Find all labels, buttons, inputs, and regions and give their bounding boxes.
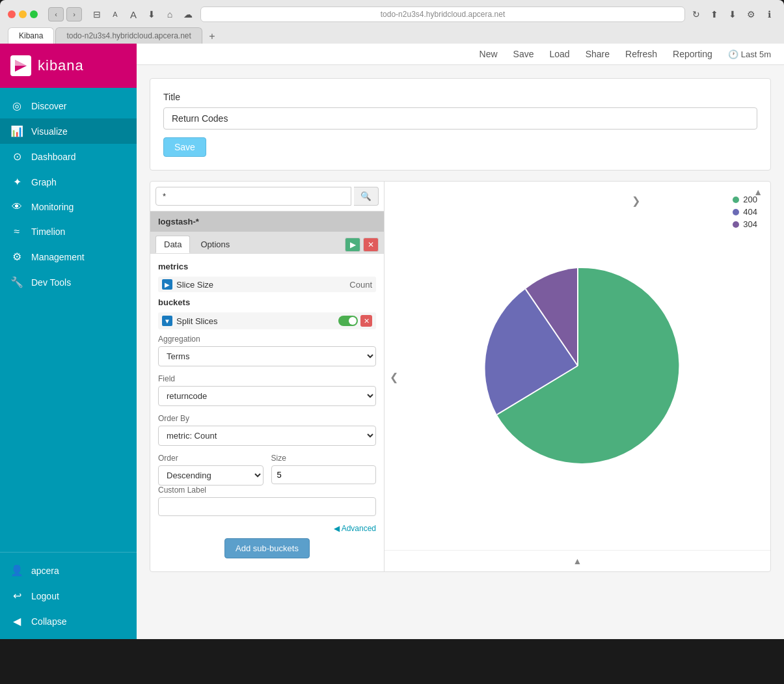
sidebar-item-logout[interactable]: ↩ Logout	[0, 583, 137, 609]
management-icon: ⚙	[10, 251, 23, 263]
sidebar-item-user[interactable]: 👤 apcera	[0, 558, 137, 583]
load-action[interactable]: Load	[550, 49, 570, 59]
chart-panel: ▲ ❮ ❯ 200 404	[385, 182, 770, 571]
tab-kibana[interactable]: Kibana	[8, 27, 54, 44]
tab-apcera-label: todo-n2u3s4.hybridcloud.apcera.net	[66, 31, 191, 40]
field-label: Field	[158, 374, 376, 383]
search-button[interactable]: 🔍	[354, 187, 379, 206]
font-smaller-icon[interactable]: A	[108, 7, 122, 21]
title-label: Title	[163, 92, 757, 102]
sidebar-toggle-icon[interactable]: ⊟	[90, 7, 104, 21]
field-select[interactable]: returncode	[158, 386, 376, 406]
sidebar-item-monitoring-label: Monitoring	[31, 202, 74, 212]
reload-icon[interactable]: ↻	[689, 7, 703, 21]
delete-bucket-button[interactable]: ✕	[360, 315, 372, 327]
share-icon[interactable]: ⬆	[707, 7, 722, 21]
back-button[interactable]: ‹	[48, 7, 64, 21]
legend-dot-304	[733, 221, 739, 228]
download-icon[interactable]: ⬇	[144, 7, 159, 21]
time-picker[interactable]: 🕐 Last 5m	[728, 49, 771, 59]
save-action[interactable]: Save	[513, 49, 534, 59]
toggle-switch[interactable]	[338, 316, 358, 326]
reporting-action[interactable]: Reporting	[673, 49, 712, 59]
collapse-bottom-button[interactable]: ▲	[573, 556, 582, 566]
tab-options[interactable]: Options	[193, 236, 237, 253]
sidebar-item-collapse[interactable]: ◀ Collapse	[0, 609, 137, 634]
custom-label-input[interactable]	[158, 497, 376, 516]
visualize-icon: 📊	[10, 125, 23, 137]
dashboard-icon: ⊙	[10, 150, 23, 163]
pie-chart-container	[385, 182, 770, 550]
advanced-link[interactable]: Advanced	[158, 524, 376, 533]
toggle-knob	[349, 317, 357, 325]
aggregation-select[interactable]: Terms Range Date Range IPv4 Range Date H…	[158, 346, 376, 366]
download2-icon[interactable]: ⬇	[725, 7, 740, 21]
sidebar-item-management[interactable]: ⚙ Management	[0, 244, 137, 269]
add-sub-buckets-button[interactable]: Add sub-buckets	[224, 538, 310, 558]
main-content: New Save Load Share Refresh Reporting 🕐 …	[137, 44, 784, 639]
left-panel: 🔍 logstash-* Data Options ▶ ✕	[150, 182, 385, 571]
sidebar-item-graph[interactable]: ✦ Graph	[0, 169, 137, 195]
legend-item-304: 304	[733, 219, 757, 229]
sidebar-item-discover[interactable]: ◎ Discover	[0, 93, 137, 118]
visualization-area: 🔍 logstash-* Data Options ▶ ✕	[150, 181, 771, 572]
aggregation-label: Aggregation	[158, 335, 376, 344]
refresh-action[interactable]: Refresh	[625, 49, 657, 59]
close-panel-button[interactable]: ✕	[363, 238, 379, 252]
run-button[interactable]: ▶	[345, 238, 360, 252]
top-toolbar: New Save Load Share Refresh Reporting 🕐 …	[137, 44, 784, 65]
extension-icon[interactable]: ⚙	[744, 7, 758, 21]
metric-slice-size-value: Count	[349, 280, 372, 290]
close-button[interactable]	[8, 10, 16, 18]
sidebar-item-devtools[interactable]: 🔧 Dev Tools	[0, 269, 137, 295]
discover-icon: ◎	[10, 100, 23, 112]
sidebar-item-monitoring[interactable]: 👁 Monitoring	[0, 195, 137, 219]
tab-apcera[interactable]: todo-n2u3s4.hybridcloud.apcera.net	[55, 27, 202, 44]
custom-label-group: Custom Label	[158, 486, 376, 516]
search-bar: 🔍	[150, 182, 384, 212]
custom-label-label: Custom Label	[158, 486, 376, 495]
aggregation-group: Aggregation Terms Range Date Range IPv4 …	[158, 335, 376, 366]
new-tab-button[interactable]: +	[205, 29, 219, 44]
chart-nav-right-button[interactable]: ❯	[632, 195, 640, 207]
cloud-icon[interactable]: ☁	[181, 7, 195, 21]
order-select[interactable]: Descending Ascending	[158, 465, 264, 486]
logo-text: kibana	[38, 57, 84, 74]
index-pattern-label: logstash-*	[150, 212, 384, 232]
logout-icon: ↩	[10, 590, 23, 602]
chart-nav-left-button[interactable]: ❮	[390, 370, 398, 383]
sidebar-item-discover-label: Discover	[31, 101, 66, 111]
order-by-select[interactable]: metric: Count	[158, 426, 376, 446]
share-action[interactable]: Share	[586, 49, 610, 59]
search-input[interactable]	[155, 187, 351, 206]
sidebar-item-dashboard[interactable]: ⊙ Dashboard	[0, 144, 137, 169]
new-action[interactable]: New	[480, 49, 498, 59]
order-label: Order	[158, 454, 264, 463]
sidebar-item-visualize[interactable]: 📊 Visualize	[0, 118, 137, 144]
sidebar-item-timelion[interactable]: ≈ Timelion	[0, 219, 137, 244]
sidebar: kibana ◎ Discover 📊 Visualize ⊙ Dashboar…	[0, 44, 137, 639]
sidebar-item-dashboard-label: Dashboard	[31, 152, 76, 162]
bucket-icon: ▼	[162, 316, 172, 326]
tab-kibana-label: Kibana	[19, 31, 43, 40]
maximize-button[interactable]	[30, 10, 38, 18]
content-area: Title Save 🔍 logstash-* Dat	[137, 65, 784, 639]
order-col: Order Descending Ascending	[158, 454, 264, 486]
panel-body: metrics ▶ Slice Size Count buckets ▼ Spl…	[150, 254, 384, 571]
minimize-button[interactable]	[19, 10, 27, 18]
metric-icon: ▶	[162, 279, 172, 290]
address-bar[interactable]: todo-n2u3s4.hybridcloud.apcera.net	[200, 7, 685, 22]
tab-data[interactable]: Data	[155, 236, 190, 253]
title-input[interactable]	[163, 107, 757, 130]
save-visualization-button[interactable]: Save	[163, 137, 206, 157]
pie-chart	[467, 255, 688, 476]
home-icon[interactable]: ⌂	[163, 7, 177, 21]
split-slices-label: Split Slices	[176, 316, 334, 326]
legend-label-200: 200	[743, 195, 757, 204]
font-larger-icon[interactable]: A	[126, 7, 141, 21]
info-icon[interactable]: ℹ	[762, 7, 776, 21]
monitoring-icon: 👁	[10, 201, 23, 213]
size-input[interactable]	[271, 465, 377, 484]
forward-button[interactable]: ›	[66, 7, 82, 21]
graph-icon: ✦	[10, 176, 23, 188]
